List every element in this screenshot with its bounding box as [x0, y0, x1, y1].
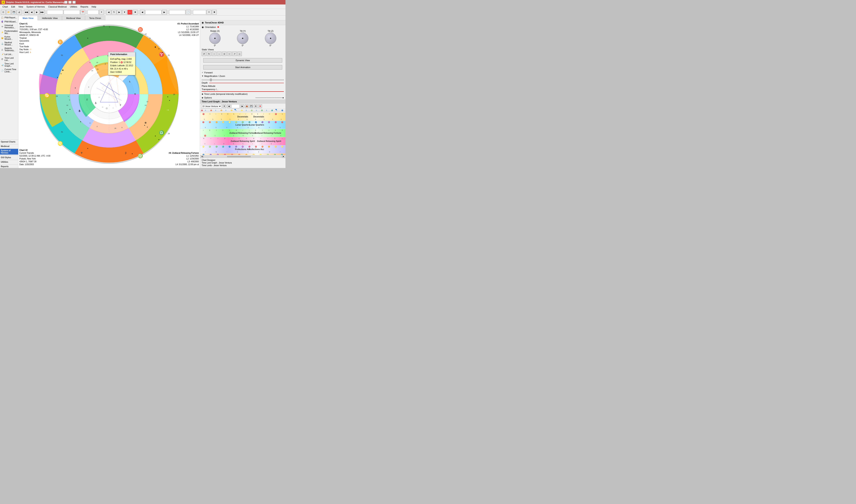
rotate-x-control[interactable] [209, 33, 221, 44]
tb-print[interactable]: 🖨 [17, 10, 22, 15]
tb-interval2-down[interactable]: ▼ [207, 10, 211, 15]
sidebar-item-lot-list[interactable]: 📝 Lot List... [0, 52, 18, 56]
scroll-left-btn[interactable]: ◀ [200, 155, 203, 158]
tb-arrow-right[interactable]: ▶ [117, 10, 122, 15]
tlg-dropdown-btn[interactable]: ▼ [222, 104, 226, 108]
tb-stop[interactable]: ⛔ [127, 10, 132, 15]
sidebar-item-current-time-lords[interactable]: 🕐 Current Time Lords... [0, 68, 18, 73]
section-opened-charts[interactable]: Opened Charts [0, 140, 18, 143]
options-collapsible[interactable]: ◉ Options ─────────────────● [200, 96, 285, 100]
sidebar-item-time-lord-graph[interactable]: 📊 Time Lord Graph... [0, 62, 18, 68]
tb-num5[interactable]: 5 [111, 10, 117, 15]
sv-btn-5[interactable]: ⊙ [222, 52, 227, 56]
sidebar-item-universal-hermetics[interactable]: ♾ Universal Hermetics... [0, 24, 18, 29]
tb-prev[interactable]: ◀ [29, 10, 34, 15]
bottom-time-lords-jesse[interactable]: Time Lords - Jesse Ventura [202, 164, 284, 167]
section-reports[interactable]: Reports [0, 164, 18, 168]
orientation-radio[interactable]: ◉ [202, 26, 204, 29]
tlg-prev-btn[interactable]: ◀ [227, 104, 231, 108]
terra-chron-radio[interactable]: ◉ [202, 21, 204, 24]
tlg-save-btn[interactable]: 💾 [249, 104, 253, 108]
tb-left-arrow2[interactable]: ◀ [140, 10, 145, 15]
menu-edit[interactable]: Edit [10, 5, 17, 8]
section-utilities[interactable]: Utilities [0, 160, 18, 163]
orientation-close[interactable]: ✖ [217, 26, 219, 29]
sidebar-item-kurios-wizard[interactable]: 👑 Kurios Wizard... [0, 35, 18, 41]
sidebar-item-nautical-wizard[interactable]: ⚓ Nautical Wizard... [0, 41, 18, 47]
tb-arrow-left[interactable]: ◀ [106, 10, 111, 15]
tb-open[interactable]: 📂 [6, 10, 11, 15]
scroll-thumb[interactable] [227, 156, 251, 157]
dynamic-view-button[interactable]: Dynamic View [203, 58, 282, 62]
close-button[interactable]: ✕ [72, 1, 76, 4]
bottom-chart-designer[interactable]: Chart Designer [202, 159, 284, 161]
tb-clear[interactable]: ✖ [212, 10, 217, 15]
menu-chart[interactable]: Chart [1, 5, 10, 8]
tb-new-chart[interactable]: 🗋 [1, 10, 6, 15]
menu-utilities[interactable]: Utilities [68, 5, 79, 8]
tilt-y-control[interactable] [237, 33, 248, 44]
scroll-right-btn[interactable]: ▶ [282, 155, 285, 158]
tb-fwd[interactable]: ▶ [34, 10, 39, 15]
bottom-tlg-jesse[interactable]: Time Lord Graph - Jesse Ventura [202, 161, 284, 164]
tlg-settings-btn[interactable]: ⚙ [254, 104, 257, 108]
interval-input[interactable]: 1 hour [88, 10, 99, 15]
menu-reports[interactable]: Reports [79, 5, 90, 8]
chart-area[interactable]: ♈ ♉ ♊ ♋ ♌ ♍ ♎ 29 2 12 21 29 29 29 51 5 [18, 20, 200, 168]
interval-input-2[interactable]: 1 minute [193, 10, 206, 15]
sv-btn-1[interactable]: ↺ [202, 52, 206, 56]
tlg-num-input[interactable]: 120 [231, 104, 239, 108]
tb-save[interactable]: 💾 [12, 10, 16, 15]
sv-btn-6[interactable]: □ [227, 52, 232, 56]
section-system-of-hermes[interactable]: System of Hermes [0, 149, 18, 155]
sidebar-item-pna-report[interactable]: 📋 PNA Report... [0, 16, 18, 20]
tlg-scrollbar[interactable]: ◀ ▶ [200, 155, 285, 158]
sidebar-item-time-lord-list[interactable]: ⏱ Time Lord List... [0, 56, 18, 62]
tlg-export-btn[interactable]: 📤 [245, 104, 249, 108]
tlg-graph[interactable]: Decennials Decennials ♈☉♀☿♃♄♂♂♃☿♀☉♈♄ 555… [200, 113, 285, 155]
transparency-bar [202, 91, 284, 92]
tb-circle-x[interactable]: ✖ [133, 10, 138, 15]
tb-interval-down[interactable]: ▼ [99, 10, 104, 15]
menu-help[interactable]: Help [90, 5, 98, 8]
section-gui-styles[interactable]: GUI Styles [0, 155, 18, 159]
sidebar-item-aspects[interactable]: △ Aspects, Testimony... [0, 47, 18, 52]
maximize-button[interactable]: □ [68, 1, 72, 4]
time-input-2[interactable]: 3:00:00 AM [169, 10, 185, 15]
sv-btn-4[interactable]: ↔ [217, 52, 221, 56]
tb-back[interactable]: ◀◀ [24, 10, 29, 15]
tlg-next-btn[interactable]: ▶ [240, 104, 244, 108]
sidebar-item-pna-wizard[interactable]: 🔮 PNA Wizard... [0, 20, 18, 24]
tlg-close-btn[interactable]: ✖ [258, 104, 262, 108]
tb-time-pick[interactable]: 🕐 [186, 10, 191, 15]
tilt-z-control[interactable] [265, 33, 276, 44]
menu-classical-medieval[interactable]: Classical Medieval [47, 5, 68, 8]
time-lords-collapsible[interactable]: ◉ Time Lords (temporal intensity modific… [200, 92, 285, 96]
sv-btn-3[interactable]: ↕ [212, 52, 216, 56]
menu-view[interactable]: View [17, 5, 25, 8]
tab-terra-chron[interactable]: Terra Chron [85, 16, 105, 20]
time-input-1[interactable]: 4:39:12 AM [64, 10, 80, 15]
magnification-collapsible[interactable]: ▼ Magnification / Zoom [200, 74, 285, 78]
tab-hellenistic[interactable]: Hellenistic View [38, 16, 62, 20]
sv-btn-2[interactable]: ↻ [207, 52, 211, 56]
tlg-person-select[interactable]: 10 Jesse Ventura [201, 104, 222, 108]
sv-btn-8[interactable]: ◇ [237, 52, 242, 56]
tab-medieval[interactable]: Medieval View [62, 16, 85, 20]
minimize-button[interactable]: _ [64, 1, 68, 4]
date-input-1[interactable]: 5/2/2000 [47, 10, 63, 15]
content-area: Main View Hellenistic View Medieval View… [18, 16, 285, 168]
tb-fwd2[interactable]: ▶▶ [40, 10, 44, 15]
section-medieval[interactable]: Medieval [0, 144, 18, 148]
tab-main-view[interactable]: Main View [18, 16, 38, 20]
tb-right-arrow2[interactable]: ▶ [162, 10, 167, 15]
start-animation-button[interactable]: Start Animation [203, 65, 282, 70]
sv-btn-7[interactable]: ↗ [232, 52, 237, 56]
menu-system-of-hermes[interactable]: System of Hermes [25, 5, 47, 8]
date-input-2[interactable]: 7/15/1951 [145, 10, 161, 15]
tb-date-picker[interactable]: 📅 [81, 10, 85, 15]
sidebar-item-predomination-wiz[interactable]: ⚡ Predomination Wiz... [0, 29, 18, 35]
tb-arrow-down[interactable]: ▼ [122, 10, 127, 15]
mag-slider-thumb[interactable] [210, 79, 212, 81]
mag-slider-track[interactable] [202, 79, 284, 80]
